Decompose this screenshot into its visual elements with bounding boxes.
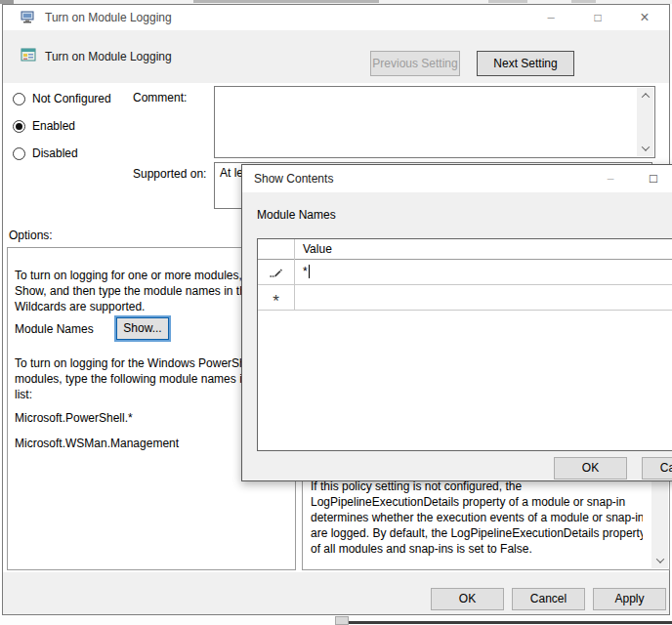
maximize-button[interactable]: □ (581, 5, 614, 30)
supported-on-label: Supported on: (133, 167, 206, 181)
radio-circle[interactable] (13, 147, 25, 160)
previous-setting-button[interactable]: Previous Setting (370, 51, 460, 76)
value-cell-editing[interactable]: * (303, 265, 310, 278)
table-new-row[interactable]: * (258, 285, 672, 311)
help-line: LogPipelineExecutionDetails property of … (311, 494, 643, 510)
cancel-button[interactable]: Cancel (512, 588, 585, 610)
show-button[interactable]: Show... (114, 315, 171, 342)
radio-enabled[interactable]: Enabled (13, 119, 75, 133)
comment-scrollbar[interactable] (637, 88, 653, 156)
value-column-header[interactable]: Value (303, 242, 332, 256)
help-text: If this policy setting is not configured… (311, 479, 643, 570)
next-setting-button[interactable]: Next Setting (477, 51, 574, 76)
options-text: Show, and then type the module names in … (15, 284, 273, 298)
show-contents-title: Show Contents (254, 172, 333, 186)
cell-text: * (303, 265, 308, 278)
options-text: To turn on logging for one or more modul… (15, 269, 268, 282)
help-line: To add modules and snap-ins to the polic… (311, 568, 643, 570)
scroll-down-icon[interactable] (637, 141, 653, 156)
module-names-list-label: Module Names (257, 208, 336, 222)
help-line: determines whether the execution events … (311, 510, 643, 525)
module-name-wsman: Microsoft.WSMan.Management (15, 437, 179, 450)
show-contents-ok-button[interactable]: OK (554, 457, 627, 479)
radio-label: Not Configured (32, 92, 111, 105)
radio-circle-checked[interactable] (13, 120, 25, 133)
module-names-label: Module Names (15, 322, 94, 336)
apply-button[interactable]: Apply (593, 588, 666, 610)
edit-row-marker-icon[interactable] (258, 260, 295, 285)
options-label: Options: (9, 229, 53, 242)
background-bottom-sliver (0, 616, 672, 625)
radio-circle[interactable] (13, 93, 25, 105)
dialog-maximize-button[interactable]: □ (637, 165, 670, 192)
options-text: list: (15, 388, 32, 401)
comment-textbox[interactable] (214, 86, 655, 158)
dialog-minimize-button[interactable]: – (594, 165, 627, 192)
titlebar[interactable]: Turn on Module Logging – □ × (3, 5, 669, 30)
help-line: of all modules and snap-ins is set to Fa… (311, 541, 643, 557)
minimize-button[interactable]: – (534, 5, 567, 30)
show-contents-cancel-button[interactable]: Cancel (642, 457, 672, 479)
table-row[interactable]: * (258, 260, 672, 285)
dialog-footer: OK Cancel Apply (3, 572, 669, 614)
scroll-down-icon[interactable] (651, 553, 668, 568)
close-button[interactable]: × (628, 5, 661, 30)
window-title: Turn on Module Logging (45, 11, 172, 24)
text-caret (309, 265, 310, 278)
help-line: are logged. By default, the LogPipelineE… (311, 525, 643, 541)
radio-label: Enabled (32, 119, 75, 133)
options-text: modules, type the following module names… (15, 372, 268, 386)
table-corner-cell[interactable] (258, 239, 295, 260)
setting-header: Turn on Module Logging Previous Setting … (3, 30, 669, 83)
radio-disabled[interactable]: Disabled (13, 146, 78, 160)
screen: Turn on Module Logging – □ × Turn on Mod… (0, 0, 672, 625)
scroll-up-icon[interactable] (637, 88, 653, 104)
options-text: Wildcards are supported. (15, 300, 145, 313)
new-row-marker-icon[interactable]: * (258, 285, 295, 311)
table-header-row: Value (258, 239, 672, 260)
module-name-powershell: Microsoft.PowerShell.* (15, 411, 133, 425)
show-contents-dialog: Show Contents – □ Module Names Value (241, 164, 672, 481)
show-contents-titlebar[interactable]: Show Contents – □ (242, 165, 672, 192)
computer-icon (21, 10, 35, 27)
radio-label: Disabled (32, 146, 78, 160)
radio-not-configured[interactable]: Not Configured (13, 92, 111, 105)
policy-setting-icon (21, 47, 36, 65)
ok-button[interactable]: OK (431, 588, 504, 610)
module-names-table: Value * * (257, 238, 672, 451)
comment-label: Comment: (133, 91, 187, 104)
setting-title: Turn on Module Logging (45, 50, 172, 63)
